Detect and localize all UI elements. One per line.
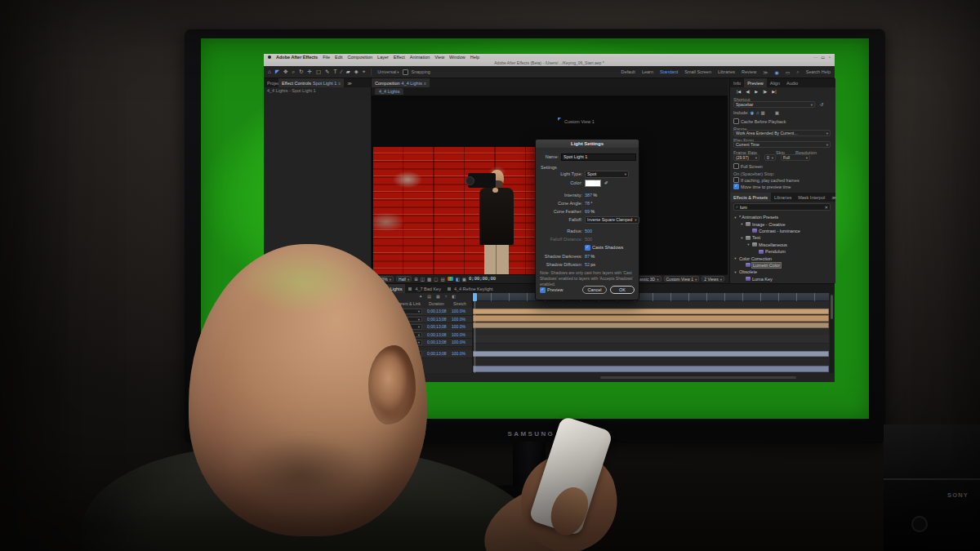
falloff-distance-value: 500 bbox=[585, 237, 592, 242]
eyedropper-icon[interactable]: ✐ bbox=[604, 180, 608, 185]
falloff-value: Inverse Square Clamped bbox=[587, 217, 632, 222]
intensity-label: Intensity: bbox=[536, 193, 585, 198]
name-row: Name: bbox=[536, 153, 639, 160]
intensity-unit: % bbox=[593, 193, 597, 198]
color-swatch[interactable] bbox=[585, 180, 601, 187]
radius-row: Radius: 500 bbox=[536, 228, 639, 234]
dialog-buttons-row: Preview Cancel OK bbox=[536, 287, 639, 293]
light-type-label: Light Type: bbox=[536, 171, 585, 176]
shadow-diffusion-label: Shadow Diffusion: bbox=[536, 262, 585, 267]
casts-shadows-label: Casts Shadows bbox=[592, 245, 623, 250]
shadow-darkness-label: Shadow Darkness: bbox=[536, 254, 585, 259]
light-name-input[interactable] bbox=[561, 153, 636, 161]
color-label: Color: bbox=[536, 180, 585, 185]
cone-angle-value[interactable]: 78 bbox=[585, 201, 590, 206]
preview-checkbox[interactable] bbox=[540, 287, 546, 293]
light-settings-dialog: Light Settings Name: Settings Light Type… bbox=[535, 139, 639, 300]
cone-feather-label: Cone Feather: bbox=[536, 209, 585, 214]
preview-label: Preview bbox=[547, 287, 564, 292]
cone-angle-row: Cone Angle: 78 ° bbox=[536, 200, 639, 207]
shadows-note: Note: Shadows are only cast from layers … bbox=[540, 270, 635, 287]
intensity-value[interactable]: 387 bbox=[585, 193, 592, 198]
falloff-distance-label: Falloff Distance: bbox=[536, 237, 585, 242]
cone-angle-unit: ° bbox=[590, 201, 592, 206]
radius-value[interactable]: 500 bbox=[585, 229, 592, 233]
cone-feather-value[interactable]: 69 bbox=[585, 209, 590, 214]
dialog-title[interactable]: Light Settings bbox=[536, 140, 639, 148]
shadow-diffusion-value[interactable]: 52 bbox=[585, 262, 590, 267]
intensity-row: Intensity: 387 % bbox=[536, 192, 639, 198]
cone-angle-label: Cone Angle: bbox=[536, 201, 585, 206]
light-type-row: Light Type: Spot bbox=[536, 171, 639, 177]
buttons-group: Cancel OK bbox=[582, 286, 635, 294]
falloff-row: Falloff: Inverse Square Clamped bbox=[536, 216, 639, 223]
shadow-diffusion-unit: px bbox=[590, 262, 595, 267]
ok-button[interactable]: OK bbox=[610, 286, 635, 294]
settings-section-label: Settings bbox=[541, 165, 557, 170]
shadow-darkness-unit: % bbox=[590, 254, 595, 259]
cancel-button[interactable]: Cancel bbox=[582, 286, 607, 294]
light-type-dropdown[interactable]: Spot bbox=[585, 171, 629, 178]
shadow-darkness-row: Shadow Darkness: 87 % bbox=[536, 253, 639, 260]
name-label: Name: bbox=[536, 154, 561, 159]
shadow-diffusion-row: Shadow Diffusion: 52 px bbox=[536, 261, 639, 268]
light-type-value: Spot bbox=[587, 171, 596, 176]
shadow-darkness-value[interactable]: 87 bbox=[585, 254, 590, 259]
casts-shadows-row[interactable]: Casts Shadows bbox=[536, 244, 639, 251]
viewer-person bbox=[0, 0, 980, 551]
cone-feather-unit: % bbox=[590, 209, 595, 214]
cone-feather-row: Cone Feather: 69 % bbox=[536, 208, 639, 215]
falloff-distance-row: Falloff Distance: 500 bbox=[536, 236, 639, 242]
falloff-dropdown[interactable]: Inverse Square Clamped bbox=[585, 216, 639, 224]
casts-shadows-checkbox[interactable] bbox=[585, 245, 590, 251]
person-stubble bbox=[206, 418, 398, 532]
radius-label: Radius: bbox=[536, 229, 585, 233]
falloff-label: Falloff: bbox=[536, 217, 585, 222]
color-row: Color: ✐ bbox=[536, 180, 639, 186]
